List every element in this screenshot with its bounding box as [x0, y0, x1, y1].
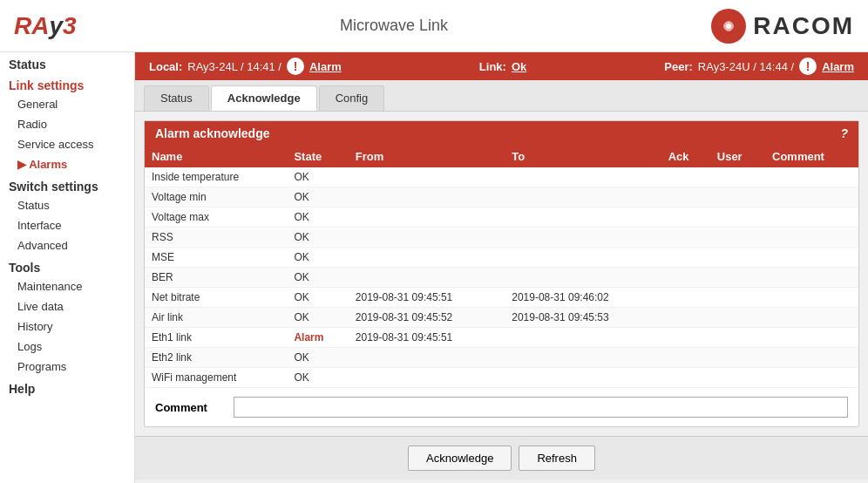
- cell-name: Net bitrate: [145, 288, 287, 308]
- cell-to: [505, 228, 661, 248]
- refresh-button[interactable]: Refresh: [519, 446, 595, 471]
- cell-ack: [661, 187, 710, 207]
- cell-comment: [765, 187, 858, 207]
- cell-ack: [661, 348, 710, 368]
- cell-from: [349, 268, 505, 288]
- table-row: Net bitrate OK 2019-08-31 09:45:51 2019-…: [145, 288, 858, 308]
- sidebar-status[interactable]: Status: [0, 52, 134, 73]
- cell-state: OK: [287, 308, 348, 328]
- cell-user: [710, 167, 765, 187]
- cell-state: Alarm: [287, 328, 348, 348]
- sidebar-item-live-data[interactable]: Live data: [0, 296, 134, 316]
- cell-ack: [661, 368, 710, 388]
- cell-to: 2019-08-31 09:45:53: [505, 308, 661, 328]
- col-state: State: [287, 146, 348, 167]
- cell-user: [710, 207, 765, 228]
- cell-to: [505, 268, 661, 288]
- sidebar-item-advanced[interactable]: Advanced: [0, 235, 134, 255]
- cell-comment: [765, 308, 858, 328]
- main-layout: Status Link settings General Radio Servi…: [0, 52, 868, 483]
- col-ack: Ack: [661, 146, 710, 167]
- cell-comment: [765, 328, 858, 348]
- cell-ack: [661, 288, 710, 308]
- table-row: BER OK: [145, 268, 858, 288]
- link-value[interactable]: Ok: [512, 60, 526, 73]
- col-user: User: [710, 146, 765, 167]
- cell-name: WiFi management: [145, 368, 287, 388]
- cell-from: [349, 348, 505, 368]
- cell-state: OK: [287, 167, 348, 187]
- table-row: Voltage max OK: [145, 207, 858, 228]
- cell-comment: [765, 228, 858, 248]
- table-row: Inside temperature OK: [145, 167, 858, 187]
- cell-user: [710, 228, 765, 248]
- cell-ack: [661, 308, 710, 328]
- cell-from: [349, 368, 505, 388]
- logo-racom: RACOM: [711, 9, 854, 44]
- sidebar-item-radio[interactable]: Radio: [0, 114, 134, 134]
- cell-state: OK: [287, 288, 348, 308]
- sidebar-item-service-access[interactable]: Service access: [0, 134, 134, 154]
- tab-config[interactable]: Config: [319, 85, 385, 111]
- col-name: Name: [145, 146, 287, 167]
- sidebar-item-alarms[interactable]: Alarms: [0, 154, 134, 174]
- sidebar-item-interface[interactable]: Interface: [0, 215, 134, 235]
- sidebar-item-maintenance[interactable]: Maintenance: [0, 276, 134, 296]
- sidebar: Status Link settings General Radio Servi…: [0, 52, 135, 483]
- table-row: Eth1 link Alarm 2019-08-31 09:45:51: [145, 328, 858, 348]
- alert-link: Link: Ok: [479, 60, 526, 73]
- cell-from: [349, 187, 505, 207]
- cell-user: [710, 368, 765, 388]
- cell-comment: [765, 348, 858, 368]
- comment-input[interactable]: [234, 397, 848, 418]
- cell-from: [349, 228, 505, 248]
- cell-ack: [661, 248, 710, 268]
- cell-state: OK: [287, 348, 348, 368]
- table-row: Air link OK 2019-08-31 09:45:52 2019-08-…: [145, 308, 858, 328]
- cell-from: 2019-08-31 09:45:51: [349, 288, 505, 308]
- cell-name: Air link: [145, 308, 287, 328]
- cell-comment: [765, 167, 858, 187]
- cell-from: [349, 207, 505, 228]
- cell-ack: [661, 207, 710, 228]
- local-alarm-icon: !: [287, 58, 304, 75]
- cell-comment: [765, 248, 858, 268]
- sidebar-link-settings[interactable]: Link settings: [0, 73, 134, 94]
- content: Local: RAy3-24L / 14:41 / ! Alarm Link: …: [135, 52, 868, 483]
- cell-user: [710, 248, 765, 268]
- cell-comment: [765, 207, 858, 228]
- sidebar-item-logs[interactable]: Logs: [0, 337, 134, 357]
- cell-to: [505, 348, 661, 368]
- panel-title: Alarm acknowledge: [155, 126, 270, 140]
- local-alarm-link[interactable]: Alarm: [309, 60, 342, 73]
- cell-from: [349, 167, 505, 187]
- sidebar-item-status[interactable]: Status: [0, 195, 134, 215]
- col-to: To: [505, 146, 661, 167]
- sidebar-tools[interactable]: Tools: [0, 255, 134, 276]
- sidebar-item-programs[interactable]: Programs: [0, 357, 134, 377]
- logo-ray3: RAy3: [14, 12, 77, 40]
- cell-name: BER: [145, 268, 287, 288]
- cell-from: 2019-08-31 09:45:51: [349, 328, 505, 348]
- sidebar-switch-settings[interactable]: Switch settings: [0, 174, 134, 195]
- cell-name: Eth2 link: [145, 348, 287, 368]
- local-label: Local:: [149, 60, 182, 73]
- cell-from: 2019-08-31 09:45:52: [349, 308, 505, 328]
- tab-status[interactable]: Status: [144, 85, 209, 111]
- cell-to: [505, 328, 661, 348]
- peer-label: Peer:: [664, 60, 693, 73]
- sidebar-item-history[interactable]: History: [0, 316, 134, 337]
- sidebar-item-general[interactable]: General: [0, 94, 134, 114]
- cell-user: [710, 288, 765, 308]
- acknowledge-button[interactable]: Acknowledge: [408, 446, 512, 471]
- peer-alarm-link[interactable]: Alarm: [822, 60, 854, 73]
- cell-to: 2019-08-31 09:46:02: [505, 288, 661, 308]
- help-icon[interactable]: ?: [840, 126, 848, 140]
- cell-from: [349, 248, 505, 268]
- col-from: From: [349, 146, 505, 167]
- sidebar-help[interactable]: Help: [0, 377, 134, 398]
- cell-ack: [661, 228, 710, 248]
- tab-acknowledge[interactable]: Acknowledge: [211, 85, 317, 111]
- table-row: Voltage min OK: [145, 187, 858, 207]
- cell-ack: [661, 328, 710, 348]
